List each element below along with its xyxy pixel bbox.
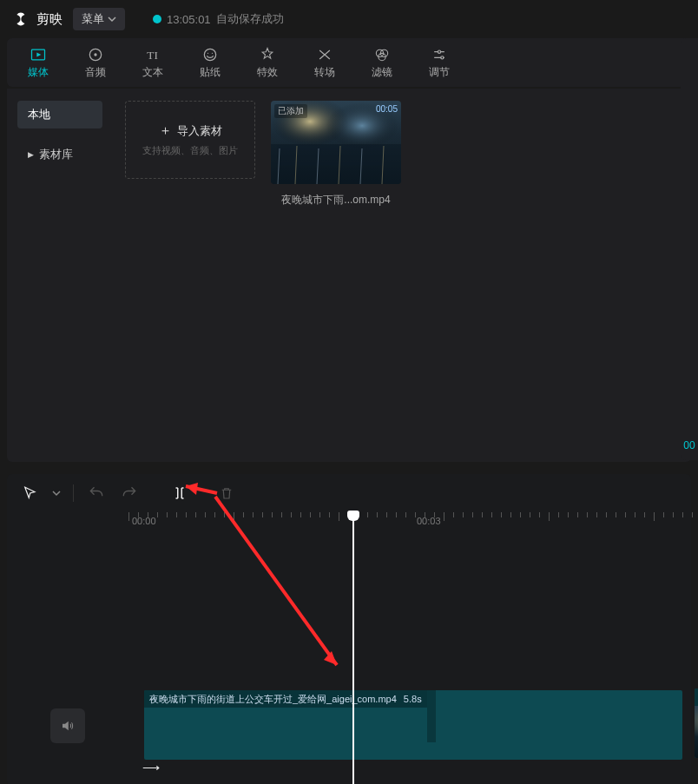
nav-audio[interactable]: 音频	[69, 41, 122, 84]
undo-button[interactable]	[86, 483, 107, 504]
timeline-toolbar	[7, 474, 691, 512]
added-badge: 已添加	[274, 104, 307, 118]
timeline-clip-main[interactable]: 夜晚城市下雨的街道上公交车开过_爱给网_aigei_com.mp4 5.8s	[144, 690, 682, 760]
sidebar-item-local[interactable]: 本地	[17, 101, 102, 128]
cursor-tool[interactable]	[19, 483, 40, 504]
timeline-panel: 00:00 00:03 夜晚城市下雨的街道上公交车开过_爱给网_aigei_co…	[7, 474, 691, 784]
timeline-clip-name: 夜晚城市下雨的街道上公交车开过_爱给网_aigei_com.mp4	[149, 693, 397, 706]
sidebar-item-library[interactable]: ▶ 素材库	[17, 141, 102, 168]
svg-point-4	[204, 49, 215, 60]
nav-label: 文本	[142, 65, 163, 80]
track-range-icon: ⟶	[142, 761, 160, 774]
media-content: ＋ 导入素材 支持视频、音频、图片 已	[113, 89, 691, 462]
nav-effect[interactable]: 特效	[241, 41, 293, 84]
nav-label: 特效	[257, 65, 278, 80]
audio-icon	[87, 46, 104, 63]
clip-thumbnails	[427, 690, 436, 742]
import-label: 导入素材	[177, 123, 222, 139]
clip-filename: 夜晚城市下雨...om.mp4	[271, 193, 401, 208]
split-icon	[172, 485, 188, 501]
svg-text:TI: TI	[147, 49, 158, 62]
effect-icon	[259, 46, 276, 63]
import-hint: 支持视频、音频、图片	[142, 144, 238, 157]
media-icon	[30, 46, 47, 63]
autosave-status: 13:05:01 自动保存成功	[153, 11, 284, 27]
svg-point-8	[438, 50, 440, 53]
nav-label: 贴纸	[200, 65, 221, 80]
autosave-time: 13:05:01	[167, 13, 211, 26]
video-track: 夜晚城市下雨的街道上公交车开过_爱给网_aigei_com.mp4 5.8s 夜…	[137, 688, 698, 758]
nav-adjust[interactable]: 调节	[413, 41, 465, 84]
svg-point-2	[94, 53, 96, 56]
nav-media[interactable]: 媒体	[12, 41, 64, 84]
redo-icon	[121, 484, 138, 502]
nav-label: 音频	[85, 65, 106, 80]
clip-thumbnail: 已添加 00:05	[271, 101, 401, 184]
chevron-down-icon[interactable]	[52, 489, 61, 497]
undo-icon	[88, 484, 105, 502]
cursor-icon	[22, 485, 37, 501]
right-stub-text: 00	[683, 439, 695, 451]
nav-text[interactable]: TI 文本	[127, 41, 179, 84]
plus-icon: ＋	[159, 122, 172, 139]
nav-sticker[interactable]: 贴纸	[184, 41, 236, 84]
speaker-icon	[60, 718, 76, 734]
ruler-label: 00:00	[132, 516, 156, 526]
status-dot-icon	[153, 15, 161, 23]
svg-rect-12	[271, 144, 401, 184]
svg-point-9	[441, 56, 444, 58]
split-tool[interactable]	[169, 483, 190, 504]
autosave-text: 自动保存成功	[216, 11, 284, 27]
right-panel-stub: 00	[681, 38, 698, 460]
media-clip[interactable]: 已添加 00:05 夜晚城市下雨...om.mp4	[271, 101, 401, 208]
app-logo: 剪映	[14, 10, 63, 28]
sticker-icon	[201, 46, 219, 63]
adjust-icon	[431, 46, 448, 63]
transition-icon	[316, 46, 333, 63]
nav-label: 媒体	[28, 65, 49, 80]
sidebar-item-label: 素材库	[39, 147, 73, 162]
timeline-clip-second[interactable]: 夜晚	[695, 688, 698, 758]
menu-label: 菜单	[82, 11, 104, 27]
triangle-right-icon: ▶	[28, 150, 34, 159]
playhead[interactable]	[352, 512, 354, 784]
nav-transition[interactable]: 转场	[299, 41, 351, 84]
top-nav: 媒体 音频 TI 文本 贴纸 特效 转场 滤镜 调节	[7, 38, 691, 87]
delete-tool[interactable]	[216, 483, 237, 504]
import-media-button[interactable]: ＋ 导入素材 支持视频、音频、图片	[125, 101, 255, 179]
nav-label: 调节	[429, 65, 450, 80]
track-mute-button[interactable]	[50, 708, 85, 743]
redo-button[interactable]	[119, 483, 140, 504]
filter-icon	[373, 46, 391, 63]
toolbar-divider	[73, 484, 74, 502]
ruler-label: 00:03	[417, 516, 441, 526]
app-name: 剪映	[36, 11, 63, 28]
sidebar-item-label: 本地	[28, 107, 50, 122]
sidebar: 本地 ▶ 素材库	[7, 89, 113, 462]
trash-icon	[219, 485, 234, 501]
time-ruler[interactable]: 00:00 00:03	[128, 512, 691, 537]
text-icon: TI	[144, 46, 161, 63]
timeline-tracks[interactable]: 夜晚城市下雨的街道上公交车开过_爱给网_aigei_com.mp4 5.8s 夜…	[7, 537, 691, 762]
clip-duration: 00:05	[376, 104, 398, 114]
chevron-down-icon	[108, 15, 116, 23]
nav-filter[interactable]: 滤镜	[356, 41, 408, 84]
menu-button[interactable]: 菜单	[73, 8, 125, 30]
logo-icon	[14, 10, 31, 28]
nav-label: 滤镜	[372, 65, 392, 80]
nav-label: 转场	[314, 65, 335, 80]
timeline-clip-duration: 5.8s	[404, 694, 422, 704]
title-bar: 剪映 菜单 13:05:01 自动保存成功	[0, 0, 698, 38]
